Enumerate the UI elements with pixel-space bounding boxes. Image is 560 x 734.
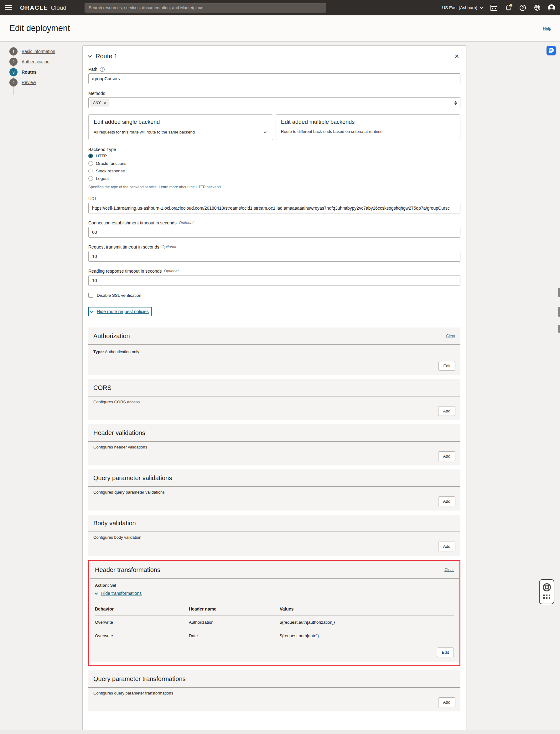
brand-oracle: ORACLE bbox=[20, 4, 48, 11]
section-title: Query parameter validations bbox=[93, 475, 172, 482]
select-spinner-icon[interactable] bbox=[454, 101, 457, 105]
add-header-validations-button[interactable]: Add bbox=[438, 451, 455, 461]
chevron-down-icon bbox=[94, 591, 98, 595]
radio-icon[interactable] bbox=[88, 161, 93, 166]
methods-label: Methods bbox=[88, 91, 460, 96]
notifications-bell-icon[interactable] bbox=[505, 4, 512, 11]
support-widget[interactable] bbox=[539, 579, 554, 604]
multiple-backends-card[interactable]: Edit added multiple backends Route to di… bbox=[276, 114, 460, 140]
region-selector[interactable]: US East (Ashburn) bbox=[442, 5, 483, 10]
add-cors-button[interactable]: Add bbox=[438, 406, 455, 416]
add-query-parameter-validations-button[interactable]: Add bbox=[438, 497, 455, 506]
route-panel: Route 1 ✕ Path i Methods ANY ✕ Edit adde… bbox=[82, 45, 466, 734]
radio-oracle-functions[interactable]: Oracle functions bbox=[88, 161, 460, 166]
section-desc: Configures CORS access bbox=[93, 400, 455, 404]
chevron-down-icon bbox=[480, 5, 483, 9]
path-label: Path i bbox=[88, 67, 460, 72]
card-desc: Route to different back-ends based on cr… bbox=[281, 129, 382, 134]
body-validation-section: Body validation Configures body validati… bbox=[88, 515, 460, 556]
header-validations-section: Header validations Configures header val… bbox=[88, 424, 460, 466]
authorization-section: Authorization Clear Type: Authentication… bbox=[88, 327, 460, 375]
clear-authorization-link[interactable]: Clear bbox=[446, 334, 455, 338]
oracle-cloud-logo[interactable]: ORACLE Cloud bbox=[20, 4, 66, 11]
region-label: US East (Ashburn) bbox=[442, 5, 477, 10]
hamburger-menu-icon[interactable] bbox=[5, 5, 12, 10]
step-label[interactable]: Review bbox=[22, 80, 36, 85]
radio-stock-response[interactable]: Stock response bbox=[88, 169, 460, 173]
user-avatar[interactable] bbox=[548, 4, 555, 11]
header-transformations-highlight: Header transformations Clear Action: Set… bbox=[88, 560, 460, 666]
edit-header-transformations-button[interactable]: Edit bbox=[437, 648, 454, 657]
add-query-parameter-transformations-button[interactable]: Add bbox=[438, 697, 455, 707]
remove-method-icon[interactable]: ✕ bbox=[104, 101, 106, 105]
add-body-validation-button[interactable]: Add bbox=[438, 542, 455, 551]
card-desc: All requests for this route will route t… bbox=[94, 130, 195, 134]
checkbox-icon[interactable] bbox=[88, 293, 93, 298]
section-desc: Configures body validation bbox=[93, 535, 455, 540]
edge-handle[interactable] bbox=[558, 325, 560, 333]
hide-transformations-link[interactable]: Hide transformations bbox=[95, 591, 454, 596]
step-label[interactable]: Basic information bbox=[22, 49, 55, 54]
reading-timeout-label: Reading response timeout in secondsOptio… bbox=[88, 268, 460, 273]
close-route-icon[interactable]: ✕ bbox=[453, 53, 460, 60]
radio-selected-icon[interactable] bbox=[88, 153, 93, 158]
path-input[interactable] bbox=[88, 73, 460, 84]
single-backend-card[interactable]: Edit added single backend All requests f… bbox=[88, 114, 273, 140]
query-parameter-validations-section: Query parameter validations Configured q… bbox=[88, 470, 460, 511]
reading-timeout-input[interactable] bbox=[88, 275, 460, 286]
step-review[interactable]: 4 Review bbox=[9, 78, 82, 86]
radio-icon[interactable] bbox=[88, 169, 93, 173]
cloud-shell-icon[interactable] bbox=[490, 4, 497, 11]
section-title: Header transformations bbox=[95, 566, 160, 574]
step-number: 2 bbox=[9, 58, 18, 66]
step-number: 1 bbox=[9, 47, 18, 55]
language-globe-icon[interactable] bbox=[534, 4, 541, 11]
collapse-route-chevron-icon[interactable] bbox=[88, 54, 92, 58]
step-routes[interactable]: 3 Routes bbox=[9, 68, 82, 76]
edit-authorization-button[interactable]: Edit bbox=[438, 361, 455, 371]
page-title: Edit deployment bbox=[9, 23, 70, 33]
topbar: ORACLE Cloud US East (Ashburn) ? bbox=[0, 0, 560, 15]
step-label[interactable]: Routes bbox=[22, 70, 36, 75]
step-authentication[interactable]: 2 Authentication bbox=[9, 58, 82, 66]
help-link[interactable]: Help bbox=[543, 26, 551, 31]
section-title: Body validation bbox=[93, 520, 136, 527]
notification-dot bbox=[510, 4, 512, 7]
hide-route-request-policies-link[interactable]: Hide route request policies bbox=[88, 307, 152, 316]
url-input[interactable] bbox=[88, 203, 460, 213]
methods-select[interactable]: ANY ✕ bbox=[88, 97, 460, 108]
radio-http[interactable]: HTTP bbox=[88, 153, 460, 158]
learn-more-link[interactable]: Learn more bbox=[159, 185, 178, 189]
cors-section: CORS Configures CORS access Add bbox=[88, 379, 460, 420]
radio-logout[interactable]: Logout bbox=[88, 176, 460, 181]
clear-header-transformations-link[interactable]: Clear bbox=[444, 568, 454, 572]
search-input[interactable] bbox=[85, 3, 326, 13]
card-title: Edit added single backend bbox=[94, 119, 268, 125]
section-title: Query parameter transformations bbox=[93, 675, 186, 683]
request-timeout-input[interactable] bbox=[88, 251, 460, 262]
disable-ssl-checkbox-row[interactable]: Disable SSL verification bbox=[88, 293, 460, 298]
section-title: Authorization bbox=[93, 332, 130, 340]
help-icon[interactable]: ? bbox=[519, 4, 526, 11]
edge-handle[interactable] bbox=[558, 288, 560, 297]
step-basic-information[interactable]: 1 Basic information bbox=[9, 47, 82, 55]
url-label: URL bbox=[88, 196, 460, 201]
edge-handle[interactable] bbox=[558, 307, 560, 317]
route-title: Route 1 bbox=[96, 53, 117, 60]
method-chip-label: ANY bbox=[93, 101, 101, 105]
section-title: CORS bbox=[93, 384, 111, 392]
page-header: Edit deployment Help bbox=[0, 15, 560, 42]
connection-timeout-label: Connection establishment timeout in seco… bbox=[88, 220, 460, 225]
backend-type-label: Backend Type bbox=[88, 147, 460, 152]
radio-icon[interactable] bbox=[88, 176, 93, 181]
table-header-row: Behavior Header name Values bbox=[95, 603, 454, 616]
table-row: Overwrite Authorization ${request.auth[a… bbox=[95, 616, 454, 629]
drag-dots-icon bbox=[543, 595, 550, 599]
ai-assistant-fab-icon[interactable] bbox=[547, 46, 556, 55]
connection-timeout-input[interactable] bbox=[88, 227, 460, 237]
backend-help-text: Specifies the type of the backend servic… bbox=[88, 185, 460, 189]
step-label[interactable]: Authentication bbox=[22, 59, 49, 64]
oracle-cloud-console: ORACLE Cloud US East (Ashburn) ? bbox=[0, 0, 560, 734]
lifebuoy-icon bbox=[542, 583, 552, 592]
info-icon[interactable]: i bbox=[100, 67, 105, 72]
